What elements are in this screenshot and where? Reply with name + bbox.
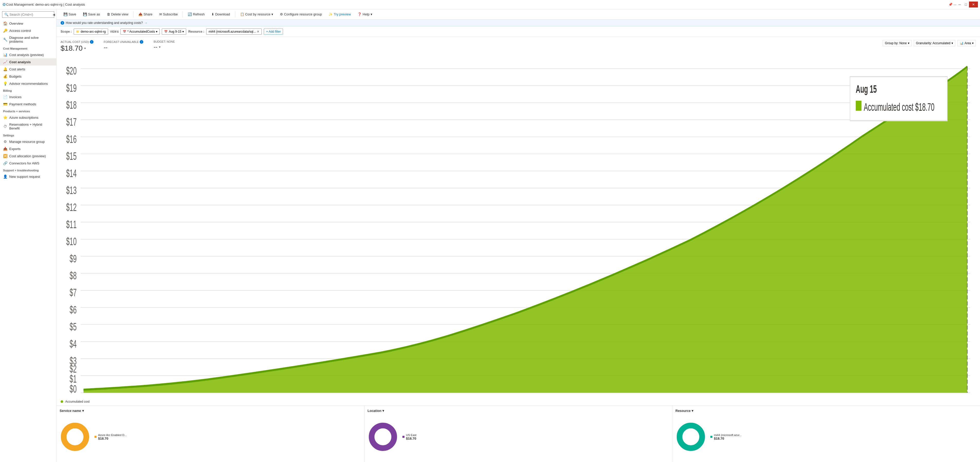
view-label: VIEW ℹ: [110, 30, 118, 33]
pin-icon[interactable]: 📌: [948, 3, 953, 6]
sidebar-item-advisor-recommendations[interactable]: 💡 Advisor recommendations: [0, 80, 56, 87]
budget-label: BUDGET: NONE: [154, 40, 175, 43]
sidebar-item-payment-methods[interactable]: 💳 Payment methods: [0, 100, 56, 108]
location-legend-color: [402, 436, 404, 438]
configure-icon: ⚙: [280, 12, 283, 16]
sidebar-item-overview[interactable]: 🏠 Overview: [0, 20, 56, 27]
help-button[interactable]: ❓ Help ▾: [355, 11, 375, 18]
forecast-info-icon[interactable]: i: [140, 40, 143, 44]
delete-view-button[interactable]: 🗑 Delete view: [104, 11, 131, 18]
service-name-title[interactable]: Service name ▾: [60, 409, 361, 413]
resource-clear-icon[interactable]: ✕: [257, 30, 259, 33]
search-box[interactable]: 🔍 ◀: [2, 11, 54, 18]
budget-chevron[interactable]: ▾: [159, 45, 161, 49]
settings-section: Settings: [0, 132, 56, 138]
sidebar-item-access-control[interactable]: 🔑 Access control: [0, 27, 56, 34]
cost-chart: $20 $19 $18 $17 $16 $15 $14 $13 $12 $11 …: [60, 57, 976, 398]
refresh-icon: 🔄: [188, 12, 192, 16]
collapse-button[interactable]: ◀: [52, 13, 55, 16]
granularity-button[interactable]: Granularity: Accumulated ▾: [914, 40, 955, 46]
sidebar-item-budgets[interactable]: 💰 Budgets: [0, 73, 56, 80]
sidebar-item-label: Azure subscriptions: [9, 116, 38, 119]
try-preview-button[interactable]: ✨ Try preview: [326, 11, 354, 18]
close-button[interactable]: ✕: [969, 2, 978, 8]
view-chevron-icon: ▾: [156, 30, 158, 33]
save-icon: 💾: [64, 12, 68, 16]
group-by-chevron: ▾: [908, 41, 909, 45]
sidebar-item-new-support-request[interactable]: 👤 New support request: [0, 173, 56, 180]
sidebar-item-invoices[interactable]: 📄 Invoices: [0, 93, 56, 100]
location-legend-item: US East $18.70: [402, 433, 416, 440]
resource-title[interactable]: Resource ▾: [675, 409, 977, 413]
chart-type-button[interactable]: 📊 Area ▾: [958, 40, 976, 46]
title-bar: ⚙ Cost Management: demo-arc-sqlmi-rg | C…: [0, 0, 980, 9]
location-title[interactable]: Location ▾: [368, 409, 669, 413]
sidebar-item-cost-alerts[interactable]: 🔔 Cost alerts: [0, 65, 56, 73]
advisor-icon: 💡: [3, 81, 7, 86]
svg-text:$8: $8: [70, 269, 76, 282]
invoices-icon: 📄: [3, 95, 7, 99]
filters-bar: Scope : 📁 demo-arc-sqlmi-rg VIEW ℹ 📅 * A…: [57, 27, 980, 37]
resource-legend: mi44 (microsoft.azur... $18.70: [710, 433, 742, 440]
save-as-button[interactable]: 💾 Save as: [80, 11, 103, 18]
svg-text:$0: $0: [70, 382, 76, 395]
sidebar-item-exports[interactable]: 📤 Exports: [0, 145, 56, 152]
chart-type-chevron: ▾: [972, 41, 974, 45]
sidebar-item-cost-allocation[interactable]: 🔀 Cost allocation (preview): [0, 152, 56, 159]
actual-cost-chevron[interactable]: ▾: [84, 46, 86, 50]
sidebar-item-manage-resource-group[interactable]: ⚙ Manage resource group: [0, 138, 56, 145]
resource-legend-item: mi44 (microsoft.azur... $18.70: [710, 433, 742, 440]
subscribe-button[interactable]: ✉ Subscribe: [156, 11, 181, 18]
view-value: * AccumulatedCosts: [127, 30, 155, 33]
legend-color: [60, 400, 63, 403]
search-input[interactable]: [10, 13, 52, 16]
more-icon[interactable]: ···: [953, 3, 956, 6]
maximize-button[interactable]: □: [963, 2, 969, 8]
actual-cost-value: $18.70 ▾: [60, 44, 94, 53]
sidebar-item-label: Cost analysis (preview): [9, 53, 44, 57]
sidebar-item-reservations[interactable]: ⏱ Reservations + Hybrid Benefit: [0, 121, 56, 132]
group-by-button[interactable]: Group by: None ▾: [883, 40, 912, 46]
sidebar-item-connectors-aws[interactable]: 🔗 Connectors for AWS: [0, 159, 56, 167]
chevron-down-icon: ▾: [272, 12, 273, 16]
diagnose-icon: 🔧: [3, 38, 7, 41]
download-button[interactable]: ⬇ Download: [208, 11, 233, 18]
resource-legend-color: [710, 436, 713, 438]
sidebar-item-cost-analysis[interactable]: 📈 Cost analysis: [0, 58, 56, 65]
date-range-filter[interactable]: 📅 Aug 9-15 ▾: [162, 29, 186, 35]
sidebar-nav: 🏠 Overview 🔑 Access control 🔧 Diagnose a…: [0, 20, 56, 180]
share-button[interactable]: 📤 Share: [135, 11, 155, 18]
view-icon: 📅: [123, 30, 126, 33]
add-filter-button[interactable]: + Add filter: [264, 29, 283, 35]
location-content: US East $18.70: [368, 415, 669, 459]
resource-filter[interactable]: mi44 (microsoft.azurearcdata/sql... ✕: [206, 29, 262, 35]
sidebar-item-label: Cost analysis: [9, 60, 31, 64]
save-button[interactable]: 💾 Save: [60, 11, 79, 18]
budget-value: -- ▾: [154, 44, 175, 50]
service-legend: Azure Arc Enabled D... $18.70: [94, 433, 127, 440]
minimize-button[interactable]: ─: [956, 2, 963, 8]
cost-by-resource-button[interactable]: 📋 Cost by resource ▾: [237, 11, 276, 18]
actual-cost-metric: ACTUAL COST (USD) i $18.70 ▾: [60, 40, 94, 53]
resource-chevron: ▾: [692, 409, 694, 413]
service-name-donut: [60, 421, 91, 452]
sidebar-item-cost-analysis-preview[interactable]: 📊 Cost analysis (preview): [0, 51, 56, 58]
actual-cost-label: ACTUAL COST (USD) i: [60, 40, 94, 44]
scope-filter[interactable]: 📁 demo-arc-sqlmi-rg: [74, 29, 108, 35]
refresh-button[interactable]: 🔄 Refresh: [185, 11, 207, 18]
sidebar-item-label: Cost alerts: [9, 67, 25, 71]
delete-icon: 🗑: [107, 12, 110, 16]
sidebar-item-label: Manage resource group: [9, 140, 45, 143]
svg-point-53: [69, 431, 81, 443]
view-filter[interactable]: 📅 * AccumulatedCosts ▾: [121, 29, 160, 35]
cost-analysis-icon: 📈: [3, 60, 7, 64]
sidebar-item-azure-subscriptions[interactable]: ⭐ Azure subscriptions: [0, 114, 56, 121]
svg-text:$6: $6: [70, 303, 76, 316]
download-icon: ⬇: [212, 12, 214, 16]
info-link[interactable]: →: [144, 21, 147, 25]
configure-resource-group-button[interactable]: ⚙ Configure resource group: [277, 11, 325, 18]
sidebar-item-diagnose[interactable]: 🔧 Diagnose and solve problems: [0, 34, 56, 45]
payment-icon: 💳: [3, 102, 7, 106]
cost-management-section: Cost Management: [0, 45, 56, 51]
actual-cost-info-icon[interactable]: i: [90, 40, 94, 44]
